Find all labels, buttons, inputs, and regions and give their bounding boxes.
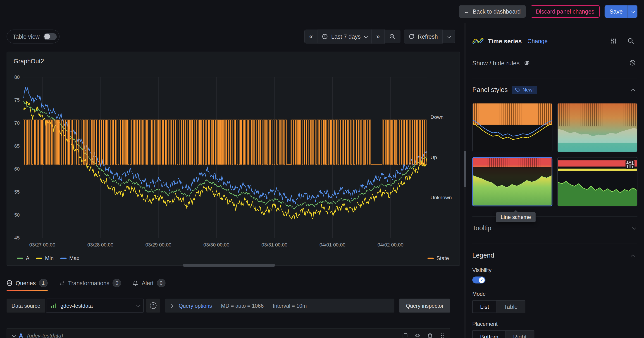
refresh-interval-button[interactable] <box>443 30 455 44</box>
query-refid: A <box>19 332 23 338</box>
time-range-forward-button[interactable]: » <box>372 30 385 44</box>
visualization-name: Time series <box>488 37 522 44</box>
duplicate-query-icon[interactable] <box>402 333 408 338</box>
switch-knob: ✓ <box>479 277 484 283</box>
thumb-area <box>558 158 637 206</box>
drag-handle-icon[interactable] <box>440 333 445 338</box>
placement-label: Placement <box>472 321 638 327</box>
testdata-datasource-icon <box>50 303 57 308</box>
table-view-switch[interactable] <box>44 33 57 40</box>
datasource-help-button[interactable]: ? <box>146 299 160 313</box>
sidebar-toolbar <box>610 38 638 44</box>
y-axis-tick-label: 80 <box>14 74 20 80</box>
panel-style-grid <box>472 103 638 206</box>
legend-item[interactable]: Max <box>60 255 80 261</box>
tab-count-badge: 0 <box>113 279 121 287</box>
legend-item[interactable]: Min <box>36 255 54 261</box>
question-circle-icon: ? <box>150 302 156 309</box>
datasource-picker[interactable]: gdev-testdata <box>46 299 144 313</box>
timeseries-chart[interactable]: 807570656055504503/27 00:0003/28 00:0003… <box>10 69 457 252</box>
editor-tabs: Queries 1 Transformations 0 Alert 0 <box>6 276 166 290</box>
zoom-out-time-button[interactable] <box>385 30 400 44</box>
placement-option-bottom[interactable]: Bottom <box>473 331 506 338</box>
horizontal-scrollbar[interactable] <box>183 264 275 267</box>
legend-section: Legend Visibility ✓ Mode List Table Plac… <box>472 244 638 338</box>
legend-item[interactable]: State <box>428 255 449 261</box>
legend-section-title: Legend <box>472 252 494 259</box>
panel-styles-title: Panel styles <box>472 86 508 94</box>
sliders-icon[interactable] <box>610 38 617 44</box>
style-tooltip: Line scheme <box>496 212 536 222</box>
timeseries-viz-icon <box>472 37 484 45</box>
save-options-button[interactable] <box>628 5 638 18</box>
y-axis-tick-label: 70 <box>14 120 20 126</box>
panel-style-option-4[interactable] <box>557 157 638 206</box>
time-range-back-button[interactable]: « <box>304 30 318 44</box>
right-axis-label: Up <box>430 154 437 160</box>
legend-visibility-switch[interactable]: ✓ <box>472 277 486 284</box>
refresh-group: Refresh <box>404 30 455 44</box>
delete-query-icon[interactable] <box>427 333 433 338</box>
save-split-button: Save <box>605 5 638 18</box>
panel-title: GraphOut2 <box>14 57 44 64</box>
legend-swatch <box>17 257 23 259</box>
change-visualization-link[interactable]: Change <box>528 38 548 44</box>
tab-count-badge: 1 <box>39 279 48 287</box>
back-to-dashboard-label: Back to dashboard <box>473 8 521 15</box>
ban-circle-icon[interactable] <box>629 59 638 66</box>
table-view-label: Table view <box>13 33 40 40</box>
bell-icon <box>132 280 138 286</box>
x-axis-tick-label: 03/30 00:00 <box>204 242 230 248</box>
zoom-out-icon <box>390 33 396 39</box>
query-options-bar[interactable]: Query options MD = auto = 1066 Interval … <box>165 299 394 313</box>
eye-slash-icon <box>524 60 530 66</box>
back-to-dashboard-button[interactable]: ← Back to dashboard <box>459 5 526 18</box>
check-icon: ✓ <box>480 278 483 282</box>
mode-option-list[interactable]: List <box>473 301 496 313</box>
y-axis-tick-label: 55 <box>14 189 20 195</box>
panel-style-option-1[interactable] <box>472 103 552 152</box>
legend-section-header[interactable]: Legend <box>472 250 638 261</box>
table-view-toggle-container: Table view <box>6 30 60 44</box>
x-axis-tick-label: 04/01 00:00 <box>320 242 346 248</box>
tab-queries[interactable]: Queries 1 <box>6 276 48 290</box>
legend-left-group: A Min Max <box>17 255 79 261</box>
options-sidebar: Time series Change Show / hide rules <box>466 23 644 338</box>
x-axis-tick-label: 03/29 00:00 <box>145 242 171 248</box>
query-inspector-button[interactable]: Query inspector <box>400 299 450 313</box>
tab-transformations[interactable]: Transformations 0 <box>59 276 121 290</box>
y-axis-tick-label: 50 <box>14 212 20 218</box>
discard-panel-changes-button[interactable]: Discard panel changes <box>530 5 600 18</box>
panel-style-option-line-scheme[interactable] <box>472 157 552 206</box>
timeseries-panel: GraphOut2 807570656055504503/27 00:0003/… <box>6 52 460 266</box>
search-icon[interactable] <box>628 38 634 44</box>
legend-mode-group: List Table <box>472 300 526 313</box>
hide-query-icon[interactable] <box>414 333 420 338</box>
series-State <box>23 120 427 164</box>
panel-styles-section: Panel styles New! <box>472 78 638 206</box>
double-chevron-right-icon: » <box>376 33 380 40</box>
clock-icon <box>322 34 328 39</box>
tab-alert[interactable]: Alert 0 <box>132 276 165 290</box>
query-options-label: Query options <box>179 303 212 309</box>
chevron-up-icon <box>631 254 635 258</box>
placement-option-right[interactable]: Right <box>506 331 534 338</box>
time-range-picker-button[interactable]: Last 7 days <box>318 30 372 44</box>
refresh-label: Refresh <box>418 33 438 40</box>
legend-item[interactable]: A <box>17 255 30 261</box>
tooltip-section-header[interactable]: Tooltip <box>472 222 638 234</box>
y-axis-tick-label: 75 <box>14 97 20 103</box>
show-hide-rules-label: Show / hide rules <box>472 59 520 66</box>
show-hide-rules-row[interactable]: Show / hide rules <box>472 57 638 68</box>
visibility-label: Visibility <box>472 267 638 273</box>
right-axis-label: Down <box>430 114 444 120</box>
refresh-button[interactable]: Refresh <box>404 30 442 44</box>
vertical-scrollbar[interactable] <box>464 151 466 187</box>
save-button[interactable]: Save <box>605 5 628 18</box>
query-row-header[interactable]: A (gdev-testdata) <box>6 328 450 338</box>
mode-option-table[interactable]: Table <box>496 301 525 313</box>
style-settings-button[interactable] <box>626 160 634 169</box>
panel-style-option-2[interactable] <box>557 103 638 152</box>
panel-styles-header[interactable]: Panel styles New! <box>472 84 638 96</box>
y-axis-tick-label: 60 <box>14 166 20 172</box>
